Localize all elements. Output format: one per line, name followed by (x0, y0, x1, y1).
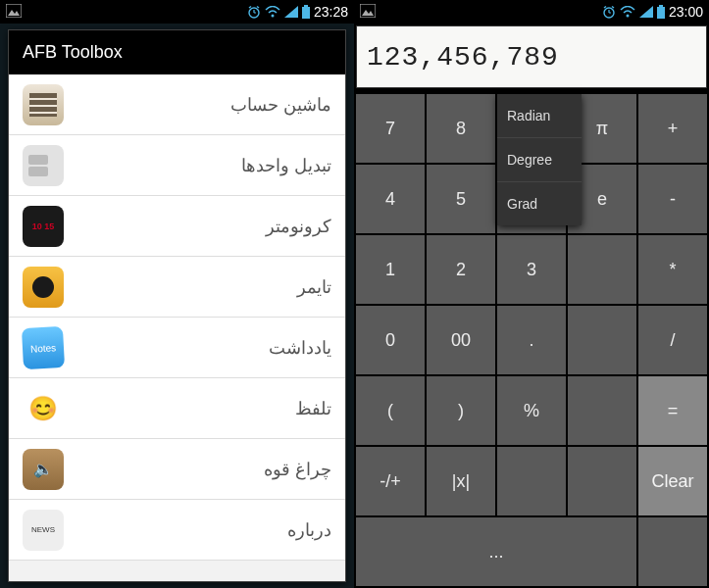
status-time: 23:00 (669, 4, 703, 20)
list-item-pronunciation[interactable]: 😊 تلفظ (9, 378, 345, 439)
list-item-about[interactable]: NEWS درباره (9, 500, 345, 561)
key-00[interactable]: 00 (427, 306, 495, 374)
key-blank-6b[interactable] (568, 447, 636, 515)
image-icon (6, 4, 22, 21)
key-4[interactable]: 4 (356, 165, 425, 233)
list-item-flashlight[interactable]: 🔈 چراغ قوه (9, 439, 345, 500)
dropdown-item-radian[interactable]: Radian (497, 94, 582, 138)
key-minus[interactable]: - (638, 165, 707, 233)
key-abs[interactable]: |x| (427, 447, 495, 515)
toolbox-dialog: AFB Toolbox ماشین حساب تبدیل واحدها 10 1… (8, 29, 346, 582)
signal-icon (284, 6, 298, 18)
svg-line-6 (257, 7, 259, 9)
about-icon: NEWS (23, 510, 64, 551)
wifi-icon (265, 6, 280, 18)
stopwatch-icon: 10 15 (23, 206, 64, 247)
key-sign[interactable]: -/+ (356, 447, 425, 515)
svg-marker-8 (284, 6, 298, 18)
key-5[interactable]: 5 (427, 165, 495, 233)
svg-marker-12 (362, 10, 374, 16)
key-multiply[interactable]: * (638, 235, 707, 304)
notes-icon: Notes (22, 325, 65, 368)
svg-rect-10 (302, 7, 310, 19)
key-equals[interactable]: = (638, 376, 707, 445)
alarm-icon (602, 5, 616, 19)
signal-icon (639, 6, 653, 18)
key-blank-3[interactable] (568, 235, 636, 304)
key-blank-6a[interactable] (497, 447, 566, 515)
key-2[interactable]: 2 (427, 235, 495, 304)
list-item-calculator[interactable]: ماشین حساب (9, 74, 345, 135)
list-item-label: درباره (287, 519, 331, 541)
list-item-label: تبدیل واحدها (241, 155, 331, 176)
battery-icon (302, 5, 310, 19)
dropdown-item-grad[interactable]: Grad (497, 182, 582, 225)
list-item-label: تلفظ (295, 398, 331, 419)
list-item-label: چراغ قوه (264, 459, 331, 480)
flashlight-icon: 🔈 (23, 449, 64, 490)
key-0[interactable]: 0 (356, 306, 425, 374)
list-item-converter[interactable]: تبدیل واحدها (9, 135, 345, 196)
svg-line-5 (249, 7, 251, 9)
key-more[interactable]: ... (356, 517, 636, 586)
key-blank-5[interactable] (568, 376, 636, 445)
calculator-display: 123,456,789 (356, 25, 707, 88)
status-time: 23:28 (314, 4, 348, 20)
key-blank-4[interactable] (568, 306, 636, 374)
svg-line-17 (612, 7, 614, 9)
status-bar: 23:00 (354, 0, 709, 24)
list-item-label: تایمر (297, 276, 331, 298)
svg-line-16 (604, 7, 606, 9)
key-clear[interactable]: Clear (638, 447, 707, 515)
svg-marker-19 (639, 6, 653, 18)
svg-point-7 (271, 15, 274, 18)
svg-point-18 (626, 15, 629, 18)
key-lparen[interactable]: ( (356, 376, 425, 445)
image-icon (360, 4, 376, 21)
key-divide[interactable]: / (638, 306, 707, 374)
angle-mode-dropdown: Radian Degree Grad (497, 94, 582, 225)
dialog-title: AFB Toolbox (9, 30, 345, 74)
list-item-notes[interactable]: Notes یادداشت (9, 318, 345, 378)
calculator-icon (23, 84, 64, 125)
svg-marker-1 (8, 10, 20, 16)
key-1[interactable]: 1 (356, 235, 425, 304)
list-item-label: ماشین حساب (230, 94, 331, 116)
alarm-icon (247, 5, 261, 19)
right-phone-screen: 23:00 123,456,789 7 8 9 π + 4 5 6 e - 1 … (354, 0, 709, 588)
key-decimal[interactable]: . (497, 306, 566, 374)
key-blank-7[interactable] (638, 517, 707, 586)
list-item-timer[interactable]: تایمر (9, 257, 345, 318)
list-item-stopwatch[interactable]: 10 15 کرونومتر (9, 196, 345, 257)
key-7[interactable]: 7 (356, 94, 425, 163)
toolbox-list: ماشین حساب تبدیل واحدها 10 15 کرونومتر ت… (9, 74, 345, 581)
key-8[interactable]: 8 (427, 94, 495, 163)
timer-icon (23, 267, 64, 308)
svg-rect-21 (657, 7, 665, 19)
converter-icon (23, 145, 64, 186)
calculator-body: 7 8 9 π + 4 5 6 e - 1 2 3 * 0 00 . / ( ) (354, 88, 709, 588)
list-item-label: یادداشت (269, 337, 331, 359)
left-phone-screen: 23:28 AFB Toolbox ماشین حساب تبدیل واحده… (0, 0, 354, 588)
status-bar: 23:28 (0, 0, 354, 24)
svg-rect-9 (304, 5, 308, 7)
wifi-icon (620, 6, 635, 18)
list-item-label: کرونومتر (266, 216, 331, 237)
dropdown-item-degree[interactable]: Degree (497, 138, 582, 182)
svg-rect-20 (659, 5, 663, 7)
key-plus[interactable]: + (638, 94, 707, 163)
key-3[interactable]: 3 (497, 235, 566, 304)
battery-icon (657, 5, 665, 19)
pronunciation-icon: 😊 (23, 388, 64, 429)
key-rparen[interactable]: ) (427, 376, 495, 445)
key-percent[interactable]: % (497, 376, 566, 445)
